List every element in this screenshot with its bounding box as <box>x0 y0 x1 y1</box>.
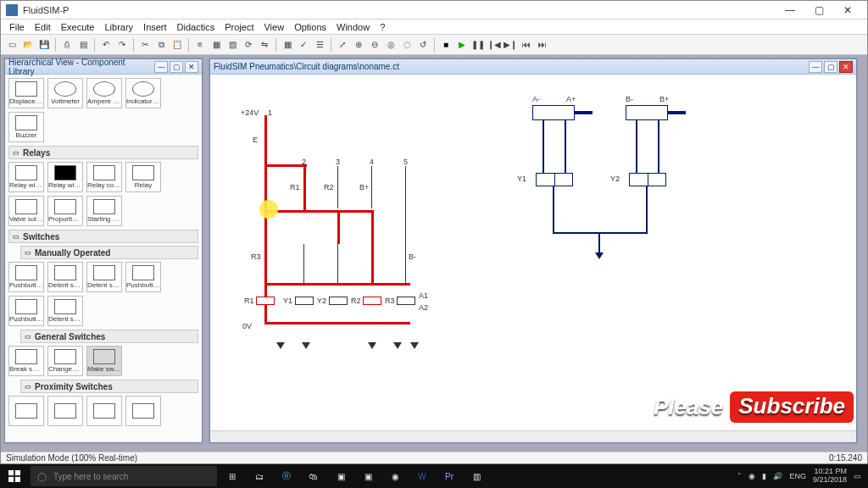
ungroup-button[interactable]: ▧ <box>225 37 240 53</box>
list-button[interactable]: ☰ <box>312 37 327 53</box>
tray-notifications-icon[interactable]: ▭ <box>854 472 861 480</box>
zoom-out-button[interactable]: ⊖ <box>367 37 382 53</box>
cir-close-button[interactable]: ✕ <box>839 61 853 73</box>
save-button[interactable]: 💾 <box>36 37 52 53</box>
menu-file[interactable]: File <box>4 22 30 32</box>
cir-max-button[interactable]: ▢ <box>824 61 837 73</box>
comp-relay[interactable]: Relay <box>125 162 161 192</box>
tray-up-icon[interactable]: ˄ <box>737 472 742 480</box>
menu-view[interactable]: View <box>259 22 289 32</box>
tray-network-icon[interactable]: ▮ <box>762 472 766 480</box>
system-tray[interactable]: ˄ ◉ ▮ 🔊 ENG 10:21 PM 9/21/2018 ▭ <box>731 468 868 485</box>
comp-starting-curr[interactable]: Starting curr… <box>86 196 122 226</box>
comp-displacement[interactable]: Displaceme… <box>8 78 44 108</box>
paste-button[interactable]: 📋 <box>170 37 185 53</box>
comp-prox-3[interactable] <box>86 396 122 426</box>
pause-button[interactable]: ❚❚ <box>470 37 486 53</box>
play-button[interactable]: ▶ <box>454 37 470 53</box>
minimize-button[interactable]: — <box>776 2 804 19</box>
zoom-100-button[interactable]: ◎ <box>383 37 398 53</box>
taskbar-app-fluidsim[interactable]: ▥ <box>463 464 490 488</box>
comp-changeover[interactable]: Changeover… <box>47 346 83 376</box>
close-button[interactable]: ✕ <box>833 2 862 19</box>
copy-button[interactable]: ⧉ <box>153 37 169 53</box>
comp-prox-1[interactable] <box>8 396 44 426</box>
comp-pushbutton-1[interactable]: Pushbutton… <box>8 262 44 292</box>
tray-lang[interactable]: ENG <box>789 472 806 480</box>
zoom-area-button[interactable]: ◌ <box>399 37 415 53</box>
canvas-scrollbar[interactable] <box>210 430 856 442</box>
coil-Y1[interactable] <box>295 297 314 305</box>
comp-relay-counter[interactable]: Relay counter <box>86 162 122 192</box>
coil-R1[interactable] <box>256 297 275 305</box>
comp-voltmeter[interactable]: Voltmeter <box>47 78 83 108</box>
lib-close-button[interactable]: ✕ <box>185 61 198 73</box>
stop-button[interactable]: ■ <box>438 37 453 53</box>
menu-execute[interactable]: Execute <box>56 22 100 32</box>
lib-min-button[interactable]: — <box>154 61 168 73</box>
undo-button[interactable]: ↶ <box>98 37 114 53</box>
zoom-prev-button[interactable]: ↺ <box>415 37 431 53</box>
library-titlebar[interactable]: Hierarchical View - Component Library — … <box>5 59 202 75</box>
comp-valve-solenoid[interactable]: Valve sole… <box>8 196 44 226</box>
comp-detent-1[interactable]: Detent swit… <box>47 262 83 292</box>
menu-options[interactable]: Options <box>289 22 331 32</box>
new-button[interactable]: ▭ <box>4 37 19 53</box>
section-switches[interactable]: Switches <box>8 230 198 243</box>
start-button[interactable] <box>0 464 29 488</box>
comp-detent-2[interactable]: Detent swit… <box>86 262 122 292</box>
search-box[interactable]: ◯ Type here to search <box>31 466 217 486</box>
comp-detent-3[interactable]: Detent swit… <box>47 296 83 326</box>
preview-button[interactable]: ▤ <box>75 37 91 53</box>
cylinder-B[interactable] <box>626 105 668 120</box>
comp-proportional[interactable]: Proportional… <box>47 196 83 226</box>
taskbar-app-word[interactable]: W <box>409 464 436 488</box>
coil-R3[interactable] <box>397 297 415 305</box>
valve-B[interactable] <box>629 173 666 186</box>
taskbar-app-1[interactable]: ▣ <box>327 464 354 488</box>
comp-buzzer[interactable]: Buzzer <box>8 112 44 142</box>
tray-user-icon[interactable]: ◉ <box>748 472 755 480</box>
zoom-fit-button[interactable]: ⤢ <box>335 37 350 53</box>
grid-button[interactable]: ▦ <box>280 37 295 53</box>
circuit-canvas[interactable]: +24V 0V 1 2 3 4 5 <box>210 75 856 430</box>
section-general[interactable]: General Switches <box>20 330 198 343</box>
rotate-button[interactable]: ⟳ <box>241 37 256 53</box>
taskbar-app-premiere[interactable]: Pr <box>436 464 463 488</box>
comp-relay-1[interactable]: Relay with… <box>8 162 44 192</box>
comp-relay-2[interactable]: Relay with… <box>47 162 83 192</box>
zoom-in-button[interactable]: ⊕ <box>351 37 366 53</box>
coil-R2[interactable] <box>363 297 381 305</box>
cylinder-A[interactable] <box>532 105 575 120</box>
open-button[interactable]: 📂 <box>20 37 36 53</box>
skip-end-button[interactable]: ⏭ <box>535 37 550 53</box>
comp-make-switch[interactable]: Make switch <box>86 346 122 376</box>
mirror-button[interactable]: ⇋ <box>257 37 272 53</box>
comp-prox-2[interactable] <box>47 396 83 426</box>
check-button[interactable]: ✓ <box>296 37 311 53</box>
menu-insert[interactable]: Insert <box>138 22 172 32</box>
menu-help[interactable]: ? <box>375 22 390 32</box>
task-view-button[interactable]: ⊞ <box>219 464 246 488</box>
menu-project[interactable]: Project <box>220 22 259 32</box>
comp-pushbutton-3[interactable]: Pushbutton… <box>8 296 44 326</box>
menu-library[interactable]: Library <box>99 22 138 32</box>
menu-didactics[interactable]: Didactics <box>172 22 220 32</box>
comp-prox-4[interactable] <box>125 396 161 426</box>
align-button[interactable]: ≡ <box>192 37 208 53</box>
step-fwd-button[interactable]: ▶❙ <box>503 37 518 53</box>
taskbar-app-edge[interactable]: ⓔ <box>273 464 300 488</box>
cir-min-button[interactable]: — <box>809 61 822 73</box>
taskbar-app-chrome[interactable]: ◉ <box>381 464 409 488</box>
circuit-titlebar[interactable]: FluidSIM Pneumatics\Circuit diagrams\non… <box>210 59 856 75</box>
menu-edit[interactable]: Edit <box>30 22 56 32</box>
comp-indicator[interactable]: Indicator light <box>125 78 161 108</box>
comp-ammeter[interactable]: Ampere meter <box>86 78 122 108</box>
comp-pushbutton-2[interactable]: Pushbutton… <box>125 262 161 292</box>
redo-button[interactable]: ↷ <box>114 37 130 53</box>
lib-max-button[interactable]: ▢ <box>170 61 183 73</box>
comp-break-switch[interactable]: Break switch <box>8 346 44 376</box>
group-button[interactable]: ▦ <box>209 37 224 53</box>
valve-A[interactable] <box>536 173 573 186</box>
cut-button[interactable]: ✂ <box>137 37 153 53</box>
